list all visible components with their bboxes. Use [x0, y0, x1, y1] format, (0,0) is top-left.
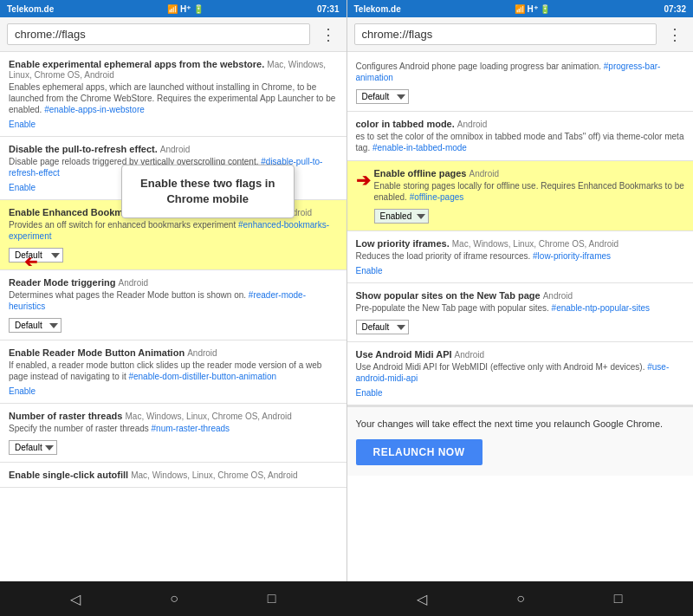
- flag-reader-mode-desc: Determines what pages the Reader Mode bu…: [9, 289, 338, 312]
- flag-iframes-desc: Reduces the load priority of iframe reso…: [356, 250, 685, 262]
- left-menu-button[interactable]: ⋮: [317, 23, 340, 46]
- flag-reader-animation-enable[interactable]: Enable: [9, 386, 36, 396]
- right-home-button[interactable]: ○: [516, 591, 525, 606]
- relaunch-message: Your changes will take effect the next t…: [356, 418, 685, 431]
- flag-ephemeral-apps: Enable experimental ephemeral apps from …: [0, 52, 346, 137]
- right-carrier: Telekom.de: [354, 4, 401, 14]
- right-phone: Telekom.de 📶 H⁺ 🔋 07:32 chrome://flags ⋮…: [347, 0, 694, 581]
- flag-offline-select[interactable]: Enabled Default Disabled: [374, 209, 429, 224]
- flag-iframes-platforms: Mac, Windows, Linux, Chrome OS, Android: [452, 239, 619, 249]
- left-status-bar: Telekom.de 📶 H⁺ 🔋 07:31: [0, 0, 346, 17]
- flag-ephemeral-apps-title: Enable experimental ephemeral apps from …: [9, 59, 264, 69]
- flag-midi-desc: Use Android Midi API for WebMIDI (effect…: [356, 361, 685, 384]
- arrow-right: ➔: [356, 170, 371, 191]
- flag-raster-link[interactable]: #num-raster-threads: [152, 424, 230, 433]
- right-status-bar: Telekom.de 📶 H⁺ 🔋 07:32: [347, 0, 694, 17]
- flag-enhanced-bookmarks-link[interactable]: #enhanced-bookmarks-experiment: [9, 220, 329, 241]
- relaunch-button[interactable]: RELAUNCH NOW: [356, 439, 483, 465]
- flag-autofill: Enable single-click autofill Mac, Window…: [0, 463, 346, 488]
- flag-pull-refresh-title: Disable the pull-to-refresh effect.: [9, 144, 158, 154]
- right-signal-icons: 📶 H⁺ 🔋: [515, 4, 551, 14]
- flag-reader-mode: Reader Mode triggering Android Determine…: [0, 270, 346, 340]
- flag-midi-link[interactable]: #use-android-midi-api: [356, 362, 670, 383]
- flag-reader-animation-desc: If enabled, a reader mode button click s…: [9, 360, 338, 382]
- flag-raster-title: Number of raster threads: [9, 411, 122, 421]
- left-url-bar[interactable]: chrome://flags: [7, 23, 310, 45]
- flag-popular-link[interactable]: #enable-ntp-popular-sites: [552, 303, 650, 313]
- flag-popular-sites: Show popular sites on the New Tab page A…: [347, 283, 694, 342]
- left-carrier: Telekom.de: [7, 4, 54, 14]
- flag-ephemeral-apps-link[interactable]: #enable-apps-in-webstore: [44, 105, 145, 114]
- flag-autofill-platforms: Mac, Windows, Linux, Chrome OS, Android: [131, 470, 297, 480]
- flag-midi-api: Use Android Midi API Android Use Android…: [347, 342, 694, 405]
- flag-popular-select[interactable]: Default Enabled: [356, 320, 409, 334]
- right-toolbar: chrome://flags ⋮: [347, 17, 694, 52]
- arrow-left: ➔: [24, 253, 37, 272]
- flag-offline-title: Enable offline pages: [374, 168, 467, 178]
- flag-raster-select[interactable]: Default 1234: [9, 440, 57, 455]
- right-time: 07:32: [664, 4, 686, 14]
- relaunch-section: Your changes will take effect the next t…: [347, 406, 694, 476]
- flag-raster-threads: Number of raster threads Mac, Windows, L…: [0, 404, 346, 463]
- flag-reader-mode-link[interactable]: #reader-mode-heuristics: [9, 290, 306, 311]
- flag-iframes-title: Low priority iframes.: [356, 238, 450, 249]
- flag-autofill-title: Enable single-click autofill: [9, 470, 128, 480]
- flag-raster-platforms: Mac, Windows, Linux, Chrome OS, Android: [126, 412, 292, 421]
- right-recent-button[interactable]: □: [614, 591, 623, 606]
- flag-raster-desc: Specify the number of raster threads #nu…: [9, 423, 338, 434]
- flag-reader-mode-select[interactable]: Default Enabled: [9, 318, 62, 333]
- flag-iframes-link[interactable]: #low-priority-iframes: [533, 251, 611, 261]
- flag-offline-pages: ➔ Enable offline pages Android Enable st…: [347, 161, 694, 231]
- left-recent-button[interactable]: □: [268, 591, 276, 606]
- flag-ephemeral-apps-desc: Enables ephemeral apps, which are launch…: [9, 81, 338, 115]
- flag-progress-bar: Configures Android phone page loading pr…: [347, 52, 694, 112]
- flag-midi-enable[interactable]: Enable: [356, 388, 383, 398]
- flag-pull-refresh-platforms: Android: [160, 145, 190, 154]
- flag-enhanced-bookmarks-desc: Provides an off switch for enhanced book…: [9, 219, 338, 242]
- flag-offline-link[interactable]: #offline-pages: [410, 192, 464, 202]
- flag-tabbed-color-title: color in tabbed mode.: [356, 119, 455, 129]
- right-content: Configures Android phone page loading pr…: [347, 52, 694, 581]
- flag-progress-bar-desc: Configures Android phone page loading pr…: [356, 61, 685, 83]
- flag-popular-title: Show popular sites on the New Tab page: [356, 290, 541, 301]
- flag-reader-animation-platforms: Android: [187, 348, 217, 358]
- flag-midi-title: Use Android Midi API: [356, 349, 452, 360]
- left-toolbar: chrome://flags ⋮: [0, 17, 346, 52]
- flag-reader-mode-title: Reader Mode triggering: [9, 277, 115, 288]
- flag-reader-mode-platforms: Android: [119, 278, 148, 288]
- flag-offline-platforms: Android: [470, 169, 499, 178]
- flag-offline-desc: Enable storing pages locally for offline…: [374, 180, 685, 203]
- flag-low-priority-iframes: Low priority iframes. Mac, Windows, Linu…: [347, 231, 694, 283]
- flag-ephemeral-apps-enable[interactable]: Enable: [9, 120, 36, 129]
- flag-progress-bar-select[interactable]: Default Enabled: [356, 89, 409, 104]
- left-back-button[interactable]: ◁: [70, 591, 81, 607]
- left-home-button[interactable]: ○: [170, 591, 178, 606]
- right-menu-button[interactable]: ⋮: [664, 23, 686, 46]
- left-time: 07:31: [317, 4, 340, 14]
- flag-pull-refresh-enable[interactable]: Enable: [9, 183, 36, 192]
- flag-popular-platforms: Android: [543, 291, 573, 301]
- callout-text: Enable these two flags in Chrome mobile: [140, 177, 275, 205]
- flag-tabbed-color-link[interactable]: #enable-in-tabbed-mode: [372, 143, 467, 152]
- left-phone: Telekom.de 📶 H⁺ 🔋 07:31 chrome://flags ⋮…: [0, 0, 347, 581]
- flag-reader-mode-animation: Enable Reader Mode Button Animation Andr…: [0, 340, 346, 404]
- callout-box: Enable these two flags in Chrome mobile: [121, 165, 295, 218]
- flag-reader-animation-title: Enable Reader Mode Button Animation: [9, 347, 185, 358]
- right-back-button[interactable]: ◁: [417, 591, 427, 607]
- flag-iframes-enable[interactable]: Enable: [356, 266, 383, 276]
- flag-progress-bar-link[interactable]: #progress-bar-animation: [356, 62, 661, 82]
- flag-popular-desc: Pre-populate the New Tab page with popul…: [356, 302, 685, 314]
- flag-tabbed-color-desc: es to set the color of the omnibox in ta…: [356, 131, 685, 153]
- left-content: Enable experimental ephemeral apps from …: [0, 52, 346, 581]
- flag-midi-platforms: Android: [455, 350, 484, 360]
- flag-tabbed-color: color in tabbed mode. Android es to set …: [347, 112, 694, 161]
- flag-reader-animation-link[interactable]: #enable-dom-distiller-button-animation: [128, 372, 276, 381]
- left-signal-icons: 📶 H⁺ 🔋: [167, 4, 204, 14]
- right-url-bar[interactable]: chrome://flags: [354, 23, 657, 45]
- flag-tabbed-color-platforms: Android: [457, 120, 487, 129]
